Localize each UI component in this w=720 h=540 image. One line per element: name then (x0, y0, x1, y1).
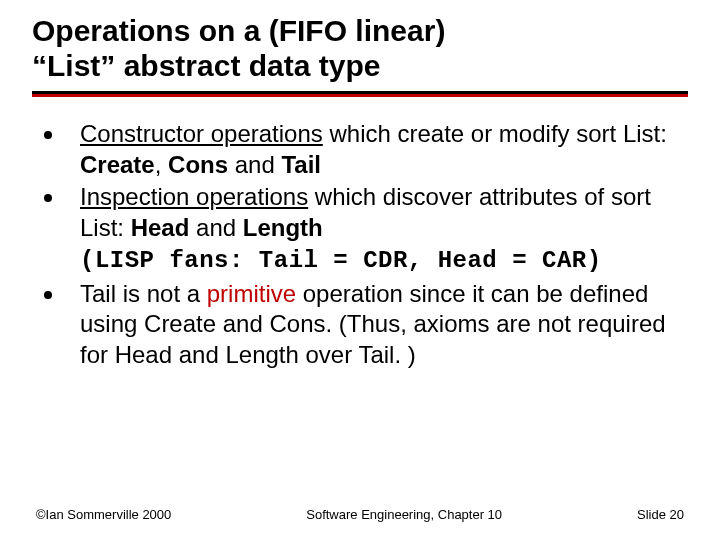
bullet-icon (44, 131, 52, 139)
rule-red (32, 94, 688, 97)
keyword: Tail (281, 151, 321, 178)
plain-text: and (228, 151, 281, 178)
highlight-text: primitive (207, 280, 296, 307)
plain-text: which create or modify sort List: (323, 120, 667, 147)
keyword: Head (131, 214, 190, 241)
list-item: Constructor operations which create or m… (38, 119, 688, 180)
keyword: Create (80, 151, 155, 178)
bullet-icon (44, 291, 52, 299)
footer-center: Software Engineering, Chapter 10 (171, 507, 637, 522)
bullet-text-2: Inspection operations which discover att… (80, 182, 688, 276)
underline-text: Constructor operations (80, 120, 323, 147)
underline-text: Inspection operations (80, 183, 308, 210)
plain-text: Tail is not a (80, 280, 207, 307)
bullet-text-3: Tail is not a primitive operation since … (80, 279, 688, 371)
bullet-icon (44, 194, 52, 202)
title-line-1: Operations on a (FIFO linear) (32, 14, 445, 47)
keyword: Length (243, 214, 323, 241)
list-item: Inspection operations which discover att… (38, 182, 688, 276)
keyword: Cons (168, 151, 228, 178)
plain-text: , (155, 151, 168, 178)
slide: Operations on a (FIFO linear) “List” abs… (0, 0, 720, 540)
plain-text: and (189, 214, 242, 241)
footer-right: Slide 20 (637, 507, 684, 522)
slide-title: Operations on a (FIFO linear) “List” abs… (32, 14, 688, 83)
slide-body: Constructor operations which create or m… (32, 119, 688, 371)
footer-left: ©Ian Sommerville 2000 (36, 507, 171, 522)
list-item: Tail is not a primitive operation since … (38, 279, 688, 371)
slide-footer: ©Ian Sommerville 2000 Software Engineeri… (0, 507, 720, 522)
monospace-note: (LISP fans: Tail = CDR, Head = CAR) (80, 247, 602, 274)
bullet-text-1: Constructor operations which create or m… (80, 119, 688, 180)
title-line-2: “List” abstract data type (32, 49, 380, 82)
